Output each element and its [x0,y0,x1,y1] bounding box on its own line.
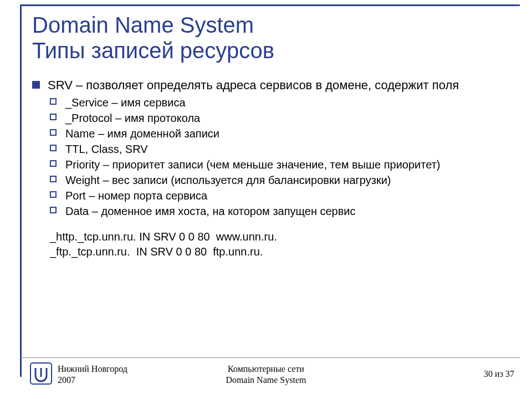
left-rule [20,4,22,377]
open-square-bullet-icon [50,114,57,120]
sub-item-text: TTL, Class, SRV [65,143,148,155]
top-rule [20,4,520,6]
open-square-bullet-icon [50,129,57,136]
bullet-level-2: Data – доменное имя хоста, на котором за… [50,204,510,218]
open-square-bullet-icon [50,191,57,198]
bullet-level-2: _Protocol – имя протокола [50,111,510,125]
open-square-bullet-icon [50,98,57,105]
title-line-1: Domain Name System [32,13,254,37]
slide-body: SRV – позволяет определять адреса сервис… [32,78,510,259]
open-square-bullet-icon [50,176,57,182]
square-bullet-icon [32,81,40,89]
open-square-bullet-icon [50,145,57,151]
sub-item-text: Name – имя доменной записи [65,127,219,140]
sub-item-text: Priority – приоритет записи (чем меньше … [65,158,440,171]
bullet-level-2: Weight – вес записи (используется для ба… [50,173,510,187]
bullet-level-2: Priority – приоритет записи (чем меньше … [50,157,510,172]
footer-center-line-1: Компьютерные сети [228,364,304,374]
sub-item-text: Data – доменное имя хоста, на котором за… [65,205,356,217]
page-number-text: 30 из 37 [484,369,514,378]
slide: Domain Name System Типы записей ресурсов… [0,0,532,399]
sub-item-text: Weight – вес записи (используется для ба… [65,174,391,186]
main-item-text: SRV – позволяет определять адреса сервис… [48,78,459,92]
bullet-level-2: Name – имя доменной записи [50,126,510,141]
example-block: _http._tcp.unn.ru. IN SRV 0 0 80 www.unn… [50,229,510,259]
sub-item-text: _Service – имя сервиса [65,96,186,109]
footer-center-line-2: Domain Name System [226,375,306,385]
bullet-level-2: Port – номер порта сервиса [50,188,510,203]
bullet-level-2: TTL, Class, SRV [50,142,510,156]
sub-item-text: _Protocol – имя протокола [65,112,200,124]
page-number: 30 из 37 [484,369,514,379]
sub-item-text: Port – номер порта сервиса [65,190,207,202]
bullet-level-2: _Service – имя сервиса [50,95,510,110]
title-line-2: Типы записей ресурсов [32,38,274,63]
footer: Нижний Новгород 2007 Компьютерные сети D… [0,361,532,388]
bullet-level-1: SRV – позволяет определять адреса сервис… [32,78,510,93]
footer-center: Компьютерные сети Domain Name System [0,364,532,386]
footer-rule [20,357,520,358]
open-square-bullet-icon [50,160,57,167]
example-line-2: _ftp._tcp.unn.ru. IN SRV 0 0 80 ftp.unn.… [50,245,263,258]
example-line-1: _http._tcp.unn.ru. IN SRV 0 0 80 www.unn… [50,231,277,243]
open-square-bullet-icon [50,207,57,213]
slide-title: Domain Name System Типы записей ресурсов [32,12,515,63]
